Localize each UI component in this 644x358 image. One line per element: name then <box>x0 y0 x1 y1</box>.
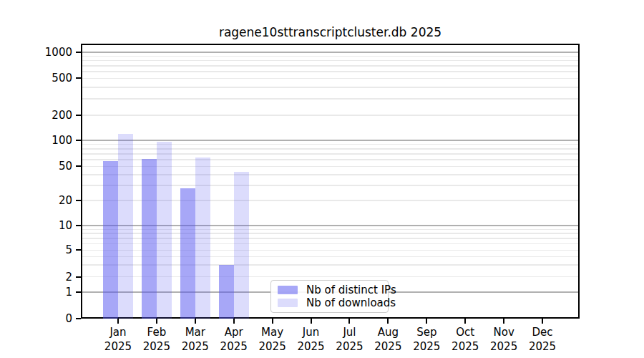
y-tick-label-1: 1 <box>1 286 72 299</box>
gridline-minor-800 <box>81 60 580 62</box>
download-stats-chart: ragene10sttranscriptcluster.db 2025 0125… <box>0 0 644 358</box>
x-tick-label-jan: Jan2025 <box>97 325 140 354</box>
y-tick-label-2: 2 <box>1 271 72 284</box>
bar-nb-of-distinct-ips-jan <box>103 161 118 319</box>
x-tick-label-jul: Jul2025 <box>328 325 371 354</box>
legend-swatch-distinct-ips-icon <box>278 286 298 294</box>
bar-nb-of-distinct-ips-mar <box>180 188 195 319</box>
legend-row-distinct-ips: Nb of distinct IPs <box>278 284 381 296</box>
x-tick-jan <box>117 319 119 324</box>
x-tick-label-nov: Nov2025 <box>482 325 525 354</box>
gridline-minor-300 <box>81 98 580 100</box>
legend-label-downloads: Nb of downloads <box>306 296 396 309</box>
x-tick-label-mar: Mar2025 <box>174 325 217 354</box>
legend: Nb of distinct IPs Nb of downloads <box>270 280 389 313</box>
gridline-minor-900 <box>81 56 580 57</box>
bar-nb-of-distinct-ips-apr <box>219 265 234 319</box>
y-tick-50 <box>76 165 81 167</box>
y-tick-label-0: 0 <box>1 312 72 325</box>
x-tick-label-feb: Feb2025 <box>135 325 178 354</box>
x-tick-aug <box>387 319 389 324</box>
x-tick-sep <box>426 319 427 324</box>
y-tick-5 <box>76 249 81 251</box>
y-tick-0 <box>76 318 81 319</box>
y-tick-500 <box>76 77 81 79</box>
x-tick-oct <box>464 319 466 324</box>
x-tick-label-oct: Oct2025 <box>444 325 487 354</box>
y-tick-label-1000: 1000 <box>1 46 72 59</box>
bar-nb-of-downloads-feb <box>157 142 172 319</box>
y-tick-label-500: 500 <box>1 72 72 84</box>
y-tick-label-10: 10 <box>1 219 72 232</box>
x-tick-label-dec: Dec2025 <box>521 325 564 354</box>
gridline-minor-600 <box>81 71 580 72</box>
y-tick-label-50: 50 <box>1 160 72 173</box>
x-tick-jul <box>348 319 350 324</box>
gridline-minor-200 <box>81 115 580 116</box>
x-tick-label-may: May2025 <box>251 325 294 354</box>
x-tick-label-sep: Sep2025 <box>405 325 448 354</box>
bar-nb-of-downloads-jan <box>118 134 133 319</box>
y-tick-100 <box>76 140 81 141</box>
y-tick-1000 <box>76 52 81 53</box>
legend-label-distinct-ips: Nb of distinct IPs <box>306 284 396 296</box>
y-tick-label-5: 5 <box>1 243 72 256</box>
gridline-minor-80 <box>81 148 580 150</box>
chart-title: ragene10sttranscriptcluster.db 2025 <box>81 25 580 39</box>
y-tick-1 <box>76 291 81 293</box>
y-tick-200 <box>76 115 81 116</box>
gridline-minor-700 <box>81 65 580 67</box>
bar-nb-of-downloads-mar <box>195 158 210 319</box>
x-tick-label-apr: Apr2025 <box>213 325 255 354</box>
bar-nb-of-downloads-apr <box>234 172 249 319</box>
gridline-major-100 <box>81 140 580 141</box>
x-tick-label-jun: Jun2025 <box>290 325 333 354</box>
x-tick-nov <box>503 319 504 324</box>
gridline-minor-500 <box>81 78 580 79</box>
plot-area <box>81 44 580 319</box>
bar-nb-of-distinct-ips-feb <box>142 159 157 319</box>
gridline-major-1000 <box>81 52 580 53</box>
gridline-minor-400 <box>81 87 580 88</box>
legend-swatch-downloads-icon <box>278 299 298 307</box>
legend-row-downloads: Nb of downloads <box>278 297 381 309</box>
x-tick-may <box>272 319 273 324</box>
x-tick-dec <box>542 319 543 324</box>
y-tick-10 <box>76 225 81 226</box>
gridline-minor-90 <box>81 144 580 145</box>
x-tick-label-aug: Aug2025 <box>366 325 409 354</box>
y-tick-label-100: 100 <box>1 134 72 147</box>
y-tick-20 <box>76 200 81 201</box>
y-tick-label-200: 200 <box>1 109 72 122</box>
x-tick-feb <box>156 319 157 324</box>
gridline-minor-70 <box>81 153 580 155</box>
y-tick-label-20: 20 <box>1 194 72 207</box>
x-tick-apr <box>233 319 235 324</box>
x-tick-mar <box>195 319 196 324</box>
x-tick-jun <box>311 319 312 324</box>
y-tick-2 <box>76 276 81 278</box>
